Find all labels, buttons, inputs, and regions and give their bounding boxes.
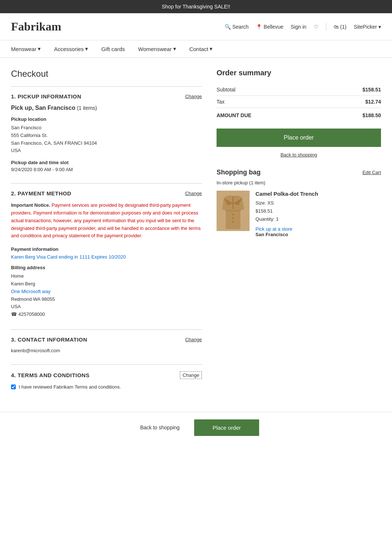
terms-checkbox-row: I have reviewed Fabrikam Terms and condi… [11,384,202,390]
amount-due-row: AMOUNT DUE $188.50 [217,108,381,121]
header: Fabrikam 🔍 Search 📍 Bellevue Sign in ♡ 🛍… [0,13,392,40]
banner-text: Shop for Thanksgiving SALE!! [162,4,231,10]
chevron-down-icon: ▾ [173,46,176,52]
cart-icon: 🛍 [334,24,339,30]
location-label: Bellevue [264,24,283,30]
product-details: Camel Polka-dot Trench Size: XS $158.51 … [255,191,381,237]
bottom-actions: Back to shopping Place order [0,412,392,443]
cart-link[interactable]: 🛍 (1) [334,24,346,30]
nav-item-menswear[interactable]: Menswear ▾ [11,46,41,52]
divider-1 [11,183,202,184]
contact-section-header: 3. CONTACT INFORMATION Change [11,336,202,343]
billing-line3: One Microsoft way [11,288,202,296]
divider-3 [11,364,202,365]
payment-info-value: Karen Berg Visa Card ending in 1111 Expi… [11,254,202,260]
search-link[interactable]: 🔍 Search [225,24,248,30]
order-summary-title: Order summary [217,69,381,77]
back-to-shopping-bottom-button[interactable]: Back to shopping [133,421,187,434]
shopping-bag-title: Shopping bag [217,169,261,176]
nav-item-accessories[interactable]: Accessories ▾ [54,46,88,52]
nav-item-womenswear[interactable]: Womenswear ▾ [138,46,176,52]
chevron-down-icon: ▾ [210,46,213,52]
payment-section-title: 2. PAYMENT METHOD [11,190,71,196]
checkout-divider [11,86,202,87]
main-container: Checkout 1. PICKUP INFORMATION Change Pi… [0,58,392,412]
search-label: Search [232,24,248,30]
sitepicker-label: SitePicker [354,24,377,30]
logo[interactable]: Fabrikam [11,20,61,33]
divider-2 [11,329,202,330]
checkout-right-col: Order summary Subtotal $158.51 Tax $12.7… [217,69,381,401]
nav-item-giftcards[interactable]: Gift cards [101,46,125,52]
amount-due-value: $188.50 [362,112,381,118]
location-icon: 📍 [256,24,262,30]
phone-icon: ☎ [11,311,17,318]
pickup-at-store-link[interactable]: Pick up at a store [255,226,292,232]
location-link[interactable]: 📍 Bellevue [256,24,283,30]
main-nav: Menswear ▾ Accessories ▾ Gift cards Wome… [0,40,392,58]
terms-checkbox[interactable] [11,385,16,389]
pickup-section-title: 1. PICKUP INFORMATION [11,93,81,100]
payment-section: 2. PAYMENT METHOD Change Important Notic… [11,190,202,318]
terms-change-link[interactable]: Change [180,371,202,379]
signin-label: Sign in [291,24,306,30]
billing-line2: Karen Berg [11,280,202,288]
terms-section-header: 4. TERMS AND CONDITIONS Change [11,371,202,379]
pickup-section-header: 1. PICKUP INFORMATION Change [11,93,202,100]
place-order-button[interactable]: Place order [217,129,381,147]
contact-section-title: 3. CONTACT INFORMATION [11,336,87,343]
svg-point-3 [232,221,234,223]
product-row: Camel Polka-dot Trench Size: XS $158.51 … [217,191,381,237]
edit-cart-link[interactable]: Edit Cart [362,170,381,175]
product-meta: Size: XS $158.51 Quantity: 1 [255,199,381,223]
chevron-down-icon: ▾ [378,24,381,30]
payment-notice: Important Notice. Payment services are p… [11,202,202,240]
terms-checkbox-label: I have reviewed Fabrikam Terms and condi… [19,384,121,390]
tax-row: Tax $12.74 [217,96,381,108]
billing-line5: USA [11,303,202,311]
pickup-address-line4: USA [11,147,202,155]
tax-label: Tax [217,99,225,105]
svg-point-1 [232,214,234,215]
payment-info-label: Payment information [11,246,202,252]
svg-point-2 [232,217,234,219]
billing-address: Home Karen Berg One Microsoft way Redmon… [11,273,202,318]
subtotal-value: $158.51 [362,87,381,93]
bag-section-label: In-store pickup (1 item) [217,180,381,185]
pickup-location-label: Pickup location [11,116,202,122]
cart-count: (1) [340,24,346,30]
payment-change-link[interactable]: Change [185,191,202,196]
product-size: Size: XS [255,199,381,207]
subtotal-label: Subtotal [217,87,235,93]
product-name: Camel Polka-dot Trench [255,191,381,197]
pickup-store-name: San Francisco [255,232,381,237]
product-price: $158.51 [255,207,381,215]
pickup-address: San Francisco 555 California St. San Fra… [11,124,202,155]
header-divider [326,23,326,30]
payment-section-header: 2. PAYMENT METHOD Change [11,190,202,196]
pickup-address-line3: San Francisco, CA, SAN FRANCI 94104 [11,140,202,147]
pickup-address-line1: San Francisco [11,124,202,132]
nav-item-contact[interactable]: Contact ▾ [189,46,213,52]
pickup-section: 1. PICKUP INFORMATION Change Pick up, Sa… [11,93,202,172]
subtotal-row: Subtotal $158.51 [217,84,381,96]
chevron-down-icon: ▾ [38,46,41,52]
billing-label: Billing address [11,265,202,270]
pickup-date-value: 9/24/2020 8:00 AM - 9:00 AM [11,167,202,172]
top-banner: Shop for Thanksgiving SALE!! [0,0,392,13]
signin-link[interactable]: Sign in [291,24,306,30]
product-quantity: Quantity: 1 [255,215,381,223]
pickup-address-line2: 555 California St. [11,132,202,140]
wishlist-icon[interactable]: ♡ [314,24,319,30]
checkout-left-col: Checkout 1. PICKUP INFORMATION Change Pi… [11,69,202,401]
place-order-bottom-button[interactable]: Place order [194,419,259,436]
pickup-title: Pick up, San Francisco (1 items) [11,105,202,111]
pickup-change-link[interactable]: Change [185,94,202,99]
contact-change-link[interactable]: Change [185,337,202,342]
back-to-shopping-link[interactable]: Back to shopping [217,152,381,158]
amount-due-label: AMOUNT DUE [217,112,251,118]
sitepicker[interactable]: SitePicker ▾ [354,24,381,30]
billing-phone: ☎ 4257058000 [11,311,202,318]
terms-section-title: 4. TERMS AND CONDITIONS [11,372,90,378]
product-image-svg [217,191,250,231]
